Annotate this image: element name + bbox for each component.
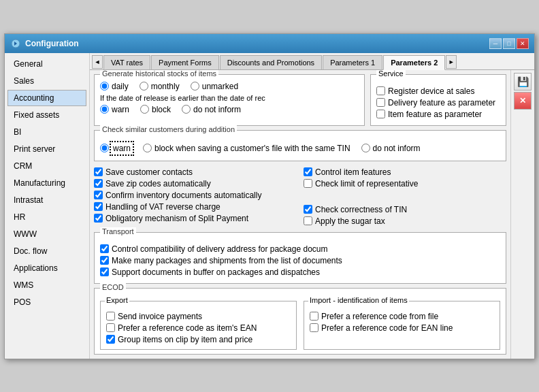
checkboxes-right: Control item features Check limit of rep… bbox=[304, 165, 506, 228]
checkboxes-section: Save customer contacts Save zip codes au… bbox=[94, 165, 506, 228]
main-content: General Sales Accounting Fixed assets BI… bbox=[5, 53, 534, 359]
service-cb-0[interactable]: Register device at sales bbox=[376, 86, 500, 96]
service-title: Service bbox=[376, 70, 406, 78]
cb-left-3[interactable]: Handling of VAT reverse charge bbox=[94, 202, 297, 212]
cb-right-1[interactable]: Check limit of representative bbox=[304, 179, 506, 189]
export-box: Export Send invoice payments Prefer a re… bbox=[100, 301, 297, 350]
cancel-button[interactable]: ✕ bbox=[514, 92, 532, 110]
cb-left-1[interactable]: Save zip codes automatically bbox=[94, 179, 297, 189]
radio-daily[interactable]: daily bbox=[100, 82, 129, 91]
maximize-button[interactable]: □ bbox=[503, 38, 515, 49]
cb-left-2[interactable]: Confirm inventory documents automaticall… bbox=[94, 191, 297, 200]
import-cb-0[interactable]: Prefer a reference code from file bbox=[310, 312, 494, 321]
radio-monthly[interactable]: monthly bbox=[140, 82, 180, 91]
hist-stocks-radio-row: daily monthly unmarked bbox=[100, 82, 359, 91]
sidebar-item-www[interactable]: WWW bbox=[7, 226, 86, 242]
save-button[interactable]: 💾 bbox=[514, 73, 532, 91]
service-cb-1[interactable]: Delivery feature as parameter bbox=[376, 98, 500, 108]
radio-warn[interactable]: warn bbox=[100, 105, 129, 114]
ecod-title: ECOD bbox=[100, 283, 126, 291]
service-cb-2[interactable]: Item feature as parameter bbox=[376, 110, 500, 119]
radio-do-not-inform[interactable]: do not inform bbox=[182, 105, 241, 114]
sidebar-item-pos[interactable]: POS bbox=[7, 294, 86, 310]
right-buttons: 💾 ✕ bbox=[510, 70, 534, 359]
window-title: Configuration bbox=[25, 39, 79, 48]
cancel-icon: ✕ bbox=[519, 96, 526, 105]
ecod-box: ECOD Export Send invoice payments bbox=[94, 288, 506, 355]
cb-left-4[interactable]: Obligatory mechanism of Split Payment bbox=[94, 214, 297, 223]
service-box: Service Register device at sales Deliver… bbox=[370, 74, 506, 126]
checkboxes-left: Save customer contacts Save zip codes au… bbox=[94, 165, 297, 228]
export-import-row: Export Send invoice payments Prefer a re… bbox=[100, 301, 500, 350]
tab-parameters1[interactable]: Parameters 1 bbox=[323, 55, 382, 69]
release-radio-row: warn block do not inform bbox=[100, 105, 359, 114]
similar-customers-box: Check similar customers during addition … bbox=[94, 130, 506, 161]
transport-title: Transport bbox=[100, 227, 136, 235]
similar-customers-radio-row: warn block when saving a customer's file… bbox=[100, 143, 500, 154]
sidebar-item-docflow[interactable]: Doc. flow bbox=[7, 243, 86, 259]
tabs-bar: ◄ VAT rates Payment Forms Discounts and … bbox=[90, 53, 534, 70]
cb-right-3[interactable]: Apply the sugar tax bbox=[304, 216, 506, 226]
export-title: Export bbox=[105, 296, 129, 304]
radio-unmarked[interactable]: unmarked bbox=[191, 82, 238, 91]
titlebar-left: Configuration bbox=[10, 38, 79, 49]
transport-cb-0[interactable]: Control compatibility of delivery addres… bbox=[100, 244, 500, 254]
sidebar-item-crm[interactable]: CRM bbox=[7, 158, 86, 174]
cb-right-0[interactable]: Control item features bbox=[304, 167, 506, 177]
content-wrapper: Generate historical stocks of items dail… bbox=[90, 70, 534, 359]
sidebar-item-general[interactable]: General bbox=[7, 56, 86, 72]
hist-stocks-title: Generate historical stocks of items bbox=[100, 70, 218, 78]
tab-scroll-left[interactable]: ◄ bbox=[92, 55, 103, 69]
export-cb-2[interactable]: Group items on clip by item and price bbox=[106, 335, 291, 344]
sidebar-item-manufacturing[interactable]: Manufacturing bbox=[7, 175, 86, 191]
cb-right-2[interactable]: Check correctness of TIN bbox=[304, 205, 506, 214]
sidebar-item-sales[interactable]: Sales bbox=[7, 73, 86, 89]
export-cb-0[interactable]: Send invoice payments bbox=[106, 312, 291, 321]
sidebar-item-intrastat[interactable]: Intrastat bbox=[7, 192, 86, 208]
tab-scroll-right[interactable]: ► bbox=[446, 55, 457, 69]
transport-cb-1[interactable]: Make many packages and shipments from th… bbox=[100, 256, 500, 265]
sidebar-item-applications[interactable]: Applications bbox=[7, 260, 86, 276]
sidebar-item-print-server[interactable]: Print server bbox=[7, 141, 86, 157]
tab-parameters2[interactable]: Parameters 2 bbox=[383, 55, 445, 70]
cb-left-0[interactable]: Save customer contacts bbox=[94, 167, 297, 177]
similar-customers-title: Check similar customers during addition bbox=[100, 125, 237, 133]
right-panel: ◄ VAT rates Payment Forms Discounts and … bbox=[90, 53, 534, 359]
radio-block[interactable]: block bbox=[140, 105, 171, 114]
radio-noinform-cust[interactable]: do not inform bbox=[361, 144, 421, 153]
release-date-text: If the date of release is earlier than t… bbox=[100, 94, 359, 102]
transport-cb-2[interactable]: Support documents in buffer on packages … bbox=[100, 267, 500, 277]
hist-stocks-box: Generate historical stocks of items dail… bbox=[94, 74, 365, 126]
radio-warn-cust[interactable]: warn bbox=[100, 143, 132, 154]
import-box: Import - identification of items Prefer … bbox=[304, 301, 500, 350]
export-cb-1[interactable]: Prefer a reference code as item's EAN bbox=[106, 323, 291, 333]
radio-block-cust[interactable]: block when saving a customer's file with… bbox=[143, 144, 350, 153]
transport-box: Transport Control compatibility of deliv… bbox=[94, 232, 506, 284]
sidebar-item-bi[interactable]: BI bbox=[7, 124, 86, 140]
sidebar-item-accounting[interactable]: Accounting bbox=[7, 90, 86, 106]
close-button[interactable]: ✕ bbox=[517, 38, 529, 49]
sidebar: General Sales Accounting Fixed assets BI… bbox=[5, 53, 90, 359]
minimize-button[interactable]: ─ bbox=[489, 38, 502, 49]
save-icon: 💾 bbox=[517, 76, 529, 87]
sidebar-item-hr[interactable]: HR bbox=[7, 209, 86, 225]
app-icon bbox=[10, 38, 21, 49]
content-area: Generate historical stocks of items dail… bbox=[90, 70, 510, 359]
import-title: Import - identification of items bbox=[308, 296, 409, 304]
tab-vat-rates[interactable]: VAT rates bbox=[103, 55, 150, 69]
tab-payment-forms[interactable]: Payment Forms bbox=[151, 55, 219, 69]
top-section: Generate historical stocks of items dail… bbox=[94, 74, 506, 126]
sidebar-item-fixed-assets[interactable]: Fixed assets bbox=[7, 107, 86, 123]
sidebar-item-wms[interactable]: WMS bbox=[7, 277, 86, 293]
titlebar-buttons: ─ □ ✕ bbox=[489, 38, 529, 49]
import-cb-1[interactable]: Prefer a reference code for EAN line bbox=[310, 323, 494, 333]
configuration-window: Configuration ─ □ ✕ General Sales Accoun… bbox=[4, 33, 535, 359]
tab-discounts[interactable]: Discounts and Promotions bbox=[220, 55, 322, 69]
titlebar: Configuration ─ □ ✕ bbox=[5, 34, 534, 53]
